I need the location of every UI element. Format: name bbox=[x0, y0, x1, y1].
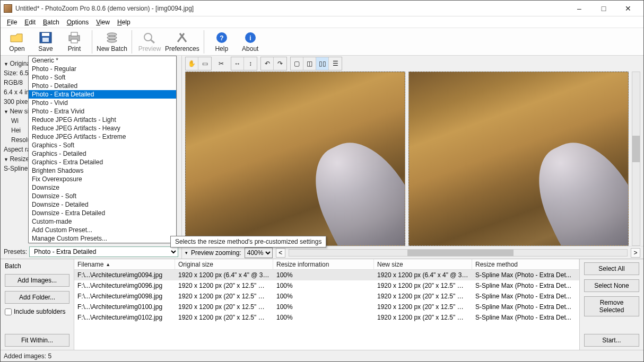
select-all-button[interactable]: Select All bbox=[584, 262, 639, 275]
preset-option[interactable]: Photo - Detailed bbox=[29, 82, 176, 90]
add-images-button[interactable]: Add Images... bbox=[5, 274, 69, 287]
preset-option[interactable]: Downsize - Extra Detailed bbox=[29, 209, 176, 217]
preset-option[interactable]: Graphics - Extra Detailed bbox=[29, 158, 176, 166]
scroll-left-button[interactable]: < bbox=[276, 248, 285, 258]
zoom-select[interactable]: 400% bbox=[245, 248, 273, 258]
preset-option[interactable]: Add Custom Preset... bbox=[29, 226, 176, 234]
remove-selected-button[interactable]: Remove Selected bbox=[584, 296, 639, 316]
column-header[interactable]: Resize method bbox=[472, 259, 579, 269]
table-row[interactable]: F:\...\Architecture\img0094.jpg1920 x 12… bbox=[74, 270, 579, 280]
start-button[interactable]: Start... bbox=[584, 334, 639, 347]
preset-option[interactable]: Manage Custom Presets... bbox=[29, 234, 176, 243]
add-folder-button[interactable]: Add Folder... bbox=[5, 291, 69, 304]
zoom-label: Preview zooming: bbox=[191, 249, 241, 257]
toolbar-label: Preview bbox=[138, 45, 161, 52]
preset-option[interactable]: Reduce JPEG Artifacts - Light bbox=[29, 116, 176, 124]
table-row[interactable]: F:\...\Architecture\img0096.jpg1920 x 12… bbox=[74, 280, 579, 291]
menu-file[interactable]: File bbox=[4, 17, 20, 27]
svg-line-10 bbox=[151, 40, 154, 43]
preset-option[interactable]: Downsize bbox=[29, 183, 176, 192]
minimize-button[interactable]: – bbox=[567, 1, 591, 16]
layout-split-v-button[interactable]: ◫ bbox=[303, 57, 316, 70]
preset-option[interactable]: Photo - Extra Detailed bbox=[29, 90, 176, 99]
preset-option[interactable]: Photo - Soft bbox=[29, 73, 176, 82]
preview-button[interactable]: Preview bbox=[136, 29, 163, 55]
help-button[interactable]: ? Help bbox=[208, 29, 235, 55]
horizontal-scrollbar[interactable] bbox=[289, 249, 628, 257]
menu-edit[interactable]: Edit bbox=[21, 17, 39, 27]
layout-side-by-side-button[interactable]: ▯▯ bbox=[316, 57, 329, 70]
new-batch-button[interactable]: New Batch bbox=[97, 29, 127, 55]
select-none-button[interactable]: Select None bbox=[584, 279, 639, 292]
column-header[interactable]: Resize information bbox=[273, 259, 374, 269]
presets-label: Presets: bbox=[4, 248, 27, 255]
fit-within-button[interactable]: Fit Within... bbox=[5, 334, 69, 347]
vertical-scrollbar[interactable] bbox=[632, 72, 640, 246]
save-button[interactable]: Save bbox=[32, 29, 59, 55]
crop-tool-button[interactable]: ✂ bbox=[215, 57, 228, 70]
column-header[interactable]: Filename ▲ bbox=[74, 259, 175, 269]
preset-option[interactable]: Photo - Vivid bbox=[29, 99, 176, 107]
preset-option[interactable]: Graphics - Soft bbox=[29, 141, 176, 149]
preset-option[interactable]: Reduce JPEG Artifacts - Heavy bbox=[29, 124, 176, 133]
marquee-tool-button[interactable]: ▭ bbox=[198, 57, 211, 70]
table-row[interactable]: F:\...\Architecture\img0102.jpg1920 x 12… bbox=[74, 312, 579, 323]
preset-option[interactable]: Photo - Extra Vivid bbox=[29, 107, 176, 116]
preset-option[interactable]: Photo - Regular bbox=[29, 65, 176, 73]
flip-h-button[interactable]: ↔ bbox=[231, 57, 244, 70]
preset-option[interactable]: Graphics - Detailed bbox=[29, 149, 176, 158]
cell: 1920 x 1200 px (20" x 12.5" @ 9... bbox=[374, 281, 472, 290]
cell: F:\...\Architecture\img0094.jpg bbox=[74, 271, 175, 279]
cell: 100% bbox=[273, 303, 374, 311]
checkbox[interactable] bbox=[5, 308, 12, 315]
cell: 1920 x 1200 px (20" x 12.5" @ 9... bbox=[175, 292, 273, 301]
preset-option[interactable]: Custom-made bbox=[29, 217, 176, 226]
preset-option[interactable]: Fix Overexposure bbox=[29, 175, 176, 183]
preferences-button[interactable]: Preferences bbox=[165, 29, 199, 55]
separator bbox=[204, 30, 204, 54]
menubar: FileEditBatchOptionsViewHelp bbox=[1, 16, 643, 28]
hand-tool-button[interactable]: ✋ bbox=[186, 57, 198, 70]
about-button[interactable]: i About bbox=[237, 29, 264, 55]
columns-icon: ▯▯ bbox=[319, 60, 326, 67]
scroll-thumb[interactable] bbox=[632, 136, 640, 162]
maximize-button[interactable]: □ bbox=[591, 1, 616, 16]
layout-single-button[interactable]: ▢ bbox=[291, 57, 303, 70]
menu-view[interactable]: View bbox=[93, 17, 113, 27]
chevron-down-icon[interactable]: ▾ bbox=[185, 250, 188, 255]
scroll-thumb[interactable] bbox=[407, 250, 514, 256]
table-row[interactable]: F:\...\Architecture\img0098.jpg1920 x 12… bbox=[74, 291, 579, 302]
rotate-cw-button[interactable]: ↷ bbox=[274, 57, 286, 70]
column-header[interactable]: Original size bbox=[175, 259, 273, 269]
cell: F:\...\Architecture\img0100.jpg bbox=[74, 303, 175, 311]
presets-dropdown[interactable]: Generic *Photo - RegularPhoto - SoftPhot… bbox=[28, 56, 177, 243]
preset-option[interactable]: Reduce JPEG Artifacts - Extreme bbox=[29, 133, 176, 141]
layout-stack-button[interactable]: ☰ bbox=[329, 57, 342, 70]
cell: S-Spline Max (Photo - Extra Det... bbox=[472, 271, 579, 279]
menu-batch[interactable]: Batch bbox=[40, 17, 63, 27]
cell: 100% bbox=[273, 313, 374, 322]
menu-help[interactable]: Help bbox=[114, 17, 134, 27]
cell: 100% bbox=[273, 292, 374, 301]
print-button[interactable]: Print bbox=[61, 29, 88, 55]
rotate-group: ↶ ↷ bbox=[260, 57, 287, 70]
rotate-ccw-button[interactable]: ↶ bbox=[261, 57, 274, 70]
preset-option[interactable]: Brighten Shadows bbox=[29, 166, 176, 175]
preset-option[interactable]: Generic * bbox=[29, 56, 176, 65]
preset-option[interactable]: Downsize - Soft bbox=[29, 192, 176, 200]
printer-icon bbox=[67, 31, 82, 44]
scroll-right-button[interactable]: > bbox=[631, 248, 640, 258]
flip-v-button[interactable]: ↕ bbox=[244, 57, 257, 70]
preset-option[interactable]: Downsize - Detailed bbox=[29, 200, 176, 209]
open-button[interactable]: Open bbox=[4, 29, 30, 55]
sort-asc-icon: ▲ bbox=[106, 262, 110, 267]
table-row[interactable]: F:\...\Architecture\img0100.jpg1920 x 12… bbox=[74, 302, 579, 312]
preview-result[interactable] bbox=[408, 72, 629, 246]
close-button[interactable]: ✕ bbox=[616, 1, 640, 16]
column-header[interactable]: New size bbox=[374, 259, 472, 269]
menu-options[interactable]: Options bbox=[64, 17, 92, 27]
rows-icon: ☰ bbox=[333, 60, 338, 67]
include-subfolders-checkbox[interactable]: Include subfolders bbox=[5, 308, 69, 315]
preview-original[interactable] bbox=[185, 72, 405, 246]
presets-select[interactable]: Photo - Extra Detailed bbox=[29, 246, 178, 257]
